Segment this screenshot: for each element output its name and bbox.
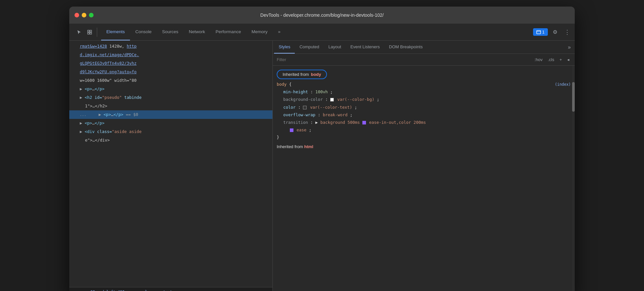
element-line: e">…</div> [69, 136, 272, 145]
body-rule-block: body { (index) min-height : 100vh ; [273, 80, 575, 143]
breadcrumb: ... ... 00.pad-left-400.measure-long.pos… [69, 287, 272, 291]
settings-icon[interactable]: ⚙ [550, 28, 560, 37]
rule-selector: body { [277, 82, 291, 87]
cursor-icon[interactable] [75, 28, 84, 37]
rule-source[interactable]: (index) [555, 82, 571, 87]
add-style-icon[interactable]: + [558, 56, 563, 63]
toolbar-right: 1 ⚙ ⋮ [533, 27, 572, 37]
element-link[interactable]: rmat&w=1428 [80, 44, 107, 49]
scrollbar-track[interactable] [572, 66, 575, 291]
css-prop-overflow-wrap: overflow-wrap : break-word ; [277, 111, 571, 119]
element-link-5[interactable]: d9lJKcYw2FU.png?auto=fo [80, 69, 137, 74]
filter-actions: :hov .cls + ◂ [533, 56, 571, 63]
toolbar-divider [97, 28, 97, 37]
subtab-dom-breakpoints[interactable]: DOM Breakpoints [384, 41, 427, 54]
sub-tabs: Styles Computed Layout Event Listeners D… [273, 41, 575, 54]
filter-input[interactable] [277, 57, 529, 62]
tab-sources[interactable]: Sources [157, 24, 184, 40]
main-content: rmat&w=1428 1428w, http d.imgix.net/imag… [69, 41, 575, 291]
subtab-styles[interactable]: Styles [274, 41, 295, 54]
styles-panel: Styles Computed Layout Event Listeners D… [273, 41, 575, 291]
devtools-window: DevTools - developer.chrome.com/blog/new… [69, 7, 575, 291]
main-toolbar: Elements Console Sources Network Perform… [69, 24, 575, 41]
element-link-4[interactable]: gLQPGtEG3y0fTn4v82/3vhz [80, 61, 137, 66]
element-line: ▶ <div class="aside aside [69, 127, 272, 136]
element-line: gLQPGtEG3y0fTn4v82/3vhz [69, 59, 272, 68]
more-options-icon[interactable]: ⋮ [562, 27, 572, 37]
element-line: d.imgix.net/image/dPDCe. [69, 51, 272, 59]
scrollbar-thumb[interactable] [572, 82, 575, 112]
svg-rect-3 [90, 33, 92, 34]
svg-rect-4 [537, 31, 541, 34]
svg-rect-2 [88, 33, 89, 34]
css-prop-bg-color: background-color : var(--color-bg) ; [277, 96, 571, 103]
rule-close-brace: } [277, 134, 571, 140]
element-line: w=1600 1600w" width="80 [69, 76, 272, 85]
traffic-lights [75, 13, 94, 17]
tab-network[interactable]: Network [183, 24, 210, 40]
element-line: ▶ <h2 id="pseudo" tabinde [69, 93, 272, 102]
elements-panel: rmat&w=1428 1428w, http d.imgix.net/imag… [69, 41, 273, 291]
svg-rect-1 [90, 30, 92, 32]
css-prop-color: color : var(--color-text) ; [277, 103, 571, 111]
titlebar: DevTools - developer.chrome.com/blog/new… [69, 7, 575, 24]
element-link-2[interactable]: http [127, 44, 137, 49]
css-prop-ease: ease ; [277, 126, 571, 134]
svg-rect-0 [88, 30, 89, 32]
styles-content: Inherited from body body { (index) [273, 66, 575, 291]
subtab-layout[interactable]: Layout [324, 41, 346, 54]
sub-tabs-more-icon[interactable]: » [565, 44, 573, 50]
element-line-selected[interactable]: ... ▶ <p>…</p> == $0 [69, 110, 272, 119]
panel-arrow-icon[interactable]: ◂ [566, 56, 571, 63]
inherited-body-tag: body [311, 72, 321, 77]
hov-filter[interactable]: :hov [533, 56, 544, 63]
inherited-html-label: Inherited from [277, 144, 304, 149]
breadcrumb-dots: ... [72, 290, 79, 291]
element-line: rmat&w=1428 1428w, http [69, 42, 272, 51]
minimize-button[interactable] [82, 13, 86, 17]
element-line: ▶ <p>…</p> [69, 85, 272, 93]
maximize-button[interactable] [89, 13, 94, 17]
window-title: DevTools - developer.chrome.com/blog/new… [260, 12, 384, 18]
element-line: 1">…</h2> [69, 102, 272, 110]
tab-console[interactable]: Console [130, 24, 157, 40]
main-nav-tabs: Elements Console Sources Network Perform… [101, 24, 286, 40]
element-link-3[interactable]: d.imgix.net/image/dPDCe. [80, 52, 139, 57]
css-prop-min-height: min-height : 100vh ; [277, 88, 571, 96]
css-prop-transition: transition : ▶ background 500ms ease-in-… [277, 119, 571, 126]
tab-memory[interactable]: Memory [246, 24, 273, 40]
close-button[interactable] [75, 13, 79, 17]
tab-more[interactable]: » [273, 24, 286, 40]
notification-badge[interactable]: 1 [533, 28, 548, 36]
toolbar-icons [72, 28, 101, 37]
element-line: ▶ <p>…</p> [69, 119, 272, 127]
cls-filter[interactable]: .cls [547, 56, 556, 63]
inherited-html-tag: html [304, 144, 313, 149]
devtools-container: Elements Console Sources Network Perform… [69, 24, 575, 291]
inherited-label: Inherited from [283, 72, 309, 77]
breadcrumb-path: ... 00.pad-left-400.measure-long.post.st… [81, 290, 184, 291]
inspect-icon[interactable] [85, 28, 94, 37]
element-line: d9lJKcYw2FU.png?auto=fo [69, 68, 272, 76]
tab-performance[interactable]: Performance [210, 24, 246, 40]
tab-elements[interactable]: Elements [101, 24, 130, 40]
filter-bar: :hov .cls + ◂ [273, 54, 575, 66]
elements-content: rmat&w=1428 1428w, http d.imgix.net/imag… [69, 41, 272, 287]
subtab-computed[interactable]: Computed [295, 41, 324, 54]
inherited-html-header: Inherited from html [273, 143, 575, 150]
subtab-event-listeners[interactable]: Event Listeners [346, 41, 384, 54]
inherited-body-header: Inherited from body [273, 68, 575, 80]
